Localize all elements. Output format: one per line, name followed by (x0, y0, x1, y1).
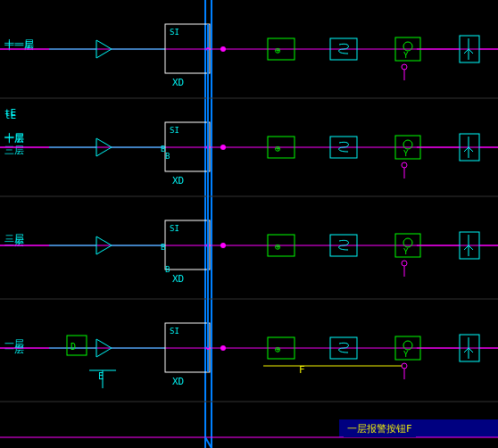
floor-label-2: 二层 (4, 232, 24, 245)
floor-label-10: 十层 (4, 132, 24, 145)
status-text: 一层报警按钮F (344, 420, 416, 437)
floor-label-11: 十一层 (4, 37, 34, 51)
te-label: tE (4, 107, 16, 119)
floor-label-1: 一层 (4, 337, 24, 351)
